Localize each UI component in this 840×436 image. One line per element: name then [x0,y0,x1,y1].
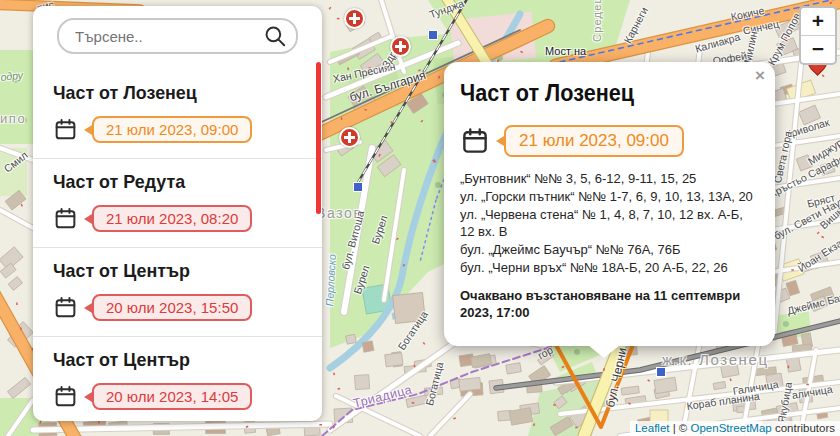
hospital-icon [344,8,365,29]
station-icon [353,182,363,192]
map-attribution: Leaflet | © OpenStreetMap contributors [630,421,840,436]
station-icon [428,30,438,40]
status-badge: 21 юли 2023, 09:00 [504,125,684,157]
status-badge: 21 юли 2023, 09:00 [92,116,252,143]
outage-map-app: бул. България Хан Пресиян Здраве Вазов б… [0,0,840,436]
popup-tail [588,345,620,358]
close-icon[interactable]: × [755,67,765,84]
outage-title: Част от Редута [53,171,287,193]
status-badge: 20 юли 2023, 14:05 [92,383,252,410]
status-badge: 20 юли 2023, 15:50 [92,294,252,321]
search-input[interactable] [73,27,262,46]
address-line: ул. „Червена стена“ № 1, 4, 8, 7, 10, 12… [460,206,759,242]
list-item-center-1[interactable]: Част от Център 20 юли 2023, 15:50 [33,247,322,336]
zoom-in-button[interactable]: + [801,8,835,35]
outage-list-sidebar: Част от Лозенец 21 юли 2023, 09:00 Част … [33,6,322,421]
attribution-separator: | © [669,422,690,434]
calendar-icon [460,126,490,156]
list-item-center-2[interactable]: Част от Център 20 юли 2023, 14:05 [33,336,322,425]
zoom-out-button[interactable]: − [801,35,835,63]
sidebar-scrollbar[interactable] [316,62,321,214]
address-list: „Бунтовник“ №№ 3, 5, 6-12, 9-11, 15, 25 … [460,170,759,277]
address-line: бул. „Джеймс Баучър“ №№ 76А, 76Б [460,241,759,259]
calendar-icon [53,206,78,231]
hospital-icon [339,127,360,148]
outage-title: Част от Център [53,349,287,371]
attribution-contributors: contributors [772,422,835,434]
outage-title: Част от Център [53,260,287,282]
map-zoom-control: + − [799,6,837,65]
outage-title: Част от Лозенец [53,82,287,104]
calendar-icon [53,384,78,409]
leaflet-link[interactable]: Leaflet [635,422,670,434]
address-line: ул. „Горски пътник“ №№ 1-7, 6, 9, 10, 13… [460,188,759,206]
hospital-icon [390,36,411,57]
search-box [57,18,298,54]
list-item-lozenets[interactable]: Част от Лозенец 21 юли 2023, 09:00 [33,70,322,158]
calendar-icon [53,117,78,142]
calendar-icon [53,295,78,320]
status-badge: 21 юли 2023, 08:20 [92,205,252,232]
search-icon [262,23,288,49]
openstreetmap-link[interactable]: OpenStreetMap [691,422,772,434]
restore-note: Очаквано възстановяване на 11 септември … [460,287,759,322]
address-line: „Бунтовник“ №№ 3, 5, 6-12, 9-11, 15, 25 [460,170,759,188]
list-item-reduta[interactable]: Част от Редута 21 юли 2023, 08:20 [33,158,322,247]
popup-title: Част от Лозенец [460,80,741,107]
outage-popup: × Част от Лозенец 21 юли 2023, 09:00 „Бу… [444,62,775,346]
station-icon [656,367,666,377]
address-line: бул. „Черни връх“ №№ 18А-Б, 20 А-Б, 22, … [460,259,759,277]
outage-list: Част от Лозенец 21 юли 2023, 09:00 Част … [33,70,322,425]
